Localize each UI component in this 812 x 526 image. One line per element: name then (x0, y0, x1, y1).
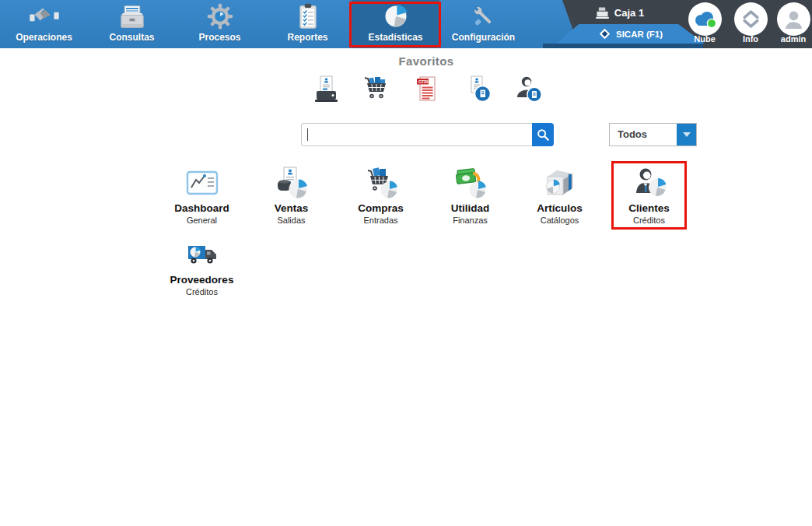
tile-sublabel: Entradas (363, 216, 397, 225)
nube-label: Nube (681, 34, 728, 44)
app-label: SICAR (F1) (616, 30, 663, 39)
nav-item-configuracion[interactable]: Configuración (439, 0, 527, 48)
clipboard-checklist-icon (296, 3, 320, 30)
tile-dashboard[interactable]: Dashboard General (157, 160, 247, 231)
nube-button[interactable]: Nube (681, 2, 728, 44)
chevron-down-icon (683, 132, 691, 137)
nav-label: Procesos (198, 32, 240, 43)
tile-label: Utilidad (451, 203, 490, 214)
dashboard-icon (185, 167, 219, 199)
tile-compras[interactable]: Compras Entradas (336, 160, 425, 231)
articles-stats-icon (543, 167, 577, 199)
ticket-report-icon[interactable] (464, 75, 492, 103)
svg-text:CFDI: CFDI (418, 79, 429, 84)
main-nav: Operaciones Consultas (0, 0, 527, 48)
tile-sublabel: General (187, 216, 217, 225)
archive-drawer-icon (118, 5, 146, 30)
suppliers-stats-icon (185, 240, 219, 271)
tools-icon (471, 3, 497, 30)
tile-sublabel: Finanzas (453, 216, 488, 225)
tile-proveedores[interactable]: Proveedores Créditos (157, 231, 247, 303)
handshake-icon (29, 5, 60, 30)
tile-sublabel: Catálogos (541, 216, 579, 225)
favorites-search (301, 123, 554, 146)
user-avatar-icon (777, 2, 810, 36)
tile-sublabel: Créditos (633, 216, 665, 225)
favorites-heading: Favoritos (271, 54, 582, 68)
purchase-cart-icon[interactable] (363, 75, 390, 103)
nav-label: Configuración (452, 32, 515, 43)
tile-label: Ventas (275, 203, 309, 214)
admin-user-button[interactable]: admin (770, 2, 812, 44)
pie-chart-icon (382, 2, 410, 30)
nav-item-estadisticas[interactable]: Estadísticas (352, 0, 439, 48)
ribbon-shadow (543, 44, 703, 48)
register-label: Caja 1 (614, 7, 644, 19)
text-caret (307, 128, 308, 141)
nav-label: Operaciones (16, 32, 72, 43)
nav-item-reportes[interactable]: Reportes (264, 0, 352, 48)
tile-articulos[interactable]: Artículos Catálogos (515, 160, 604, 231)
gear-icon (207, 3, 233, 30)
filter-selected-value: Todos (618, 124, 647, 146)
cash-register-icon (596, 7, 609, 19)
tile-ventas[interactable]: Ventas Salidas (247, 160, 336, 231)
purchases-stats-icon (364, 167, 398, 199)
customers-stats-icon (632, 167, 667, 199)
ticket-printer-icon[interactable] (313, 75, 340, 103)
tile-clientes[interactable]: Clientes Créditos (604, 160, 694, 231)
stats-tile-grid: Dashboard General (157, 160, 694, 303)
info-button[interactable]: Info (727, 2, 774, 44)
diamond-icon (599, 28, 611, 40)
tile-label: Clientes (628, 203, 670, 214)
search-icon (536, 128, 550, 142)
nav-label: Consultas (109, 32, 154, 43)
dropdown-button[interactable] (677, 124, 696, 146)
tile-label: Compras (358, 203, 404, 214)
tile-label: Dashboard (174, 203, 229, 214)
customer-report-icon[interactable] (515, 75, 542, 103)
nav-item-consultas[interactable]: Consultas (88, 0, 176, 48)
favorites-shortcuts: CFDI (313, 75, 542, 103)
cfdi-document-icon[interactable]: CFDI (414, 75, 441, 103)
app-window: Operaciones Consultas (0, 0, 812, 526)
cloud-sync-icon (688, 2, 722, 36)
tile-label: Proveedores (170, 275, 234, 286)
nav-item-operaciones[interactable]: Operaciones (0, 0, 88, 48)
profit-stats-icon (453, 167, 488, 199)
sales-stats-icon (275, 167, 309, 199)
nav-label: Reportes (287, 32, 327, 43)
top-menu-bar: Operaciones Consultas (0, 0, 812, 48)
nav-label: Estadísticas (368, 32, 422, 43)
tile-label: Artículos (537, 203, 583, 214)
nav-item-procesos[interactable]: Procesos (176, 0, 264, 48)
tile-sublabel: Salidas (277, 216, 305, 225)
info-label: Info (727, 34, 774, 44)
search-input[interactable] (301, 123, 532, 146)
search-button[interactable] (532, 123, 554, 146)
register-indicator[interactable]: Caja 1 (577, 5, 663, 20)
category-filter-dropdown[interactable]: Todos (609, 123, 697, 146)
info-diamond-icon (734, 2, 768, 36)
tile-sublabel: Créditos (186, 287, 218, 296)
admin-label: admin (770, 34, 812, 44)
tile-utilidad[interactable]: Utilidad Finanzas (425, 160, 515, 231)
